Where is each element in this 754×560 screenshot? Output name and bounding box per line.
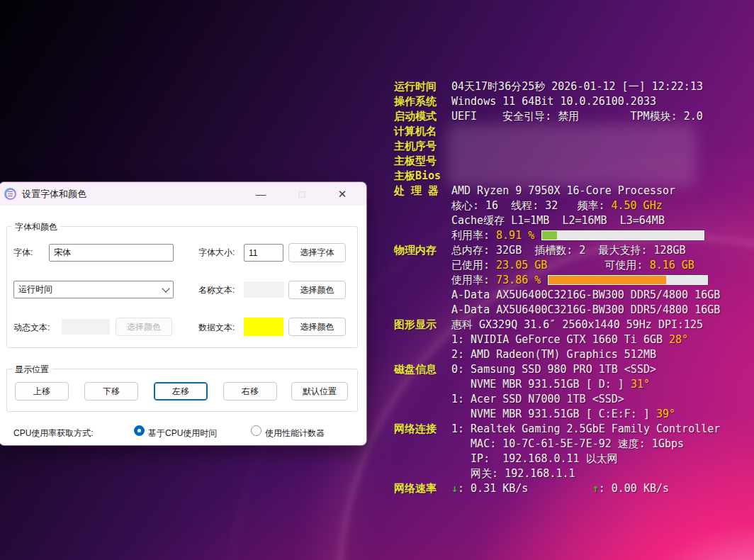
monitor-row: 2: AMD Radeon(TM) Graphics 512MB	[394, 347, 720, 362]
monitor-row: 网关: 192.168.1.1	[394, 466, 720, 481]
font-size-input[interactable]	[244, 244, 283, 262]
monitor-line-text: AMD Ryzen 9 7950X 16-Core Processor	[451, 184, 675, 198]
monitor-row: 主板型号	[394, 154, 720, 169]
maximize-icon: □	[288, 182, 316, 206]
dynamic-text-label: 动态文本:	[13, 322, 50, 334]
monitor-section-label: 处 理 器	[394, 184, 451, 198]
monitor-row: 利用率: 8.91 %	[394, 228, 720, 243]
radio-perf-counter[interactable]	[251, 425, 261, 436]
monitor-line-text: 1: NVIDIA GeForce GTX 1660 Ti 6GB 28°	[451, 332, 688, 347]
monitor-line-text: NVME MBR 931.51GB [ C:E:F: ] 39°	[451, 407, 675, 422]
cpu-usage-bar	[541, 230, 704, 240]
monitor-section-label: 计算机名	[394, 124, 451, 139]
monitor-line-text: 1: Realtek Gaming 2.5GbE Family Controll…	[451, 422, 720, 437]
monitor-row: 处 理 器AMD Ryzen 9 7950X 16-Core Processor	[394, 184, 720, 198]
move-down-button[interactable]: 下移	[84, 382, 138, 401]
monitor-section-label: 图形显示	[394, 318, 451, 332]
data-text-label: 数据文本:	[198, 322, 235, 334]
monitor-row: 操作系统Windows 11 64Bit 10.0.26100.2033	[394, 94, 720, 109]
monitor-row: 物理内存总内存: 32GB 插槽数: 2 最大支持: 128GB	[394, 243, 720, 258]
monitor-line-text: ↓: 0.31 KB/s ↑: 0.00 KB/s	[451, 481, 669, 496]
move-right-button[interactable]: 右移	[223, 382, 277, 401]
item-dropdown-value: 运行时间	[18, 284, 52, 296]
monitor-section-label: 主板型号	[394, 154, 451, 169]
monitor-line-text: 2: AMD Radeon(TM) Graphics 512MB	[451, 347, 656, 362]
chevron-down-icon	[162, 284, 169, 292]
monitor-line-text: NVME MBR 931.51GB [ D: ] 31°	[451, 377, 650, 392]
monitor-row: A-Data AX5U6400C3216G-BW300 DDR5/4800 16…	[394, 288, 720, 303]
monitor-section-label: 网络速率	[394, 481, 451, 496]
desktop: 运行时间04天17时36分25秒 2026-01-12 [一] 12:22:13…	[0, 0, 754, 560]
monitor-row: 运行时间04天17时36分25秒 2026-01-12 [一] 12:22:13	[394, 79, 720, 94]
monitor-line-text: 惠科 GX329Q 31.6″ 2560x1440 59Hz DPI:125	[451, 318, 703, 332]
monitor-row: 计算机名	[394, 124, 720, 139]
monitor-section-label: 操作系统	[394, 94, 451, 109]
monitor-row: 主机序号	[394, 139, 720, 154]
dynamic-text-color-swatch	[62, 319, 110, 335]
monitor-row: 图形显示惠科 GX329Q 31.6″ 2560x1440 59Hz DPI:1…	[394, 318, 720, 332]
monitor-row: 主板Bios	[394, 169, 720, 184]
monitor-section-label: 磁盘信息	[394, 362, 451, 377]
close-icon[interactable]: ✕	[328, 182, 356, 206]
monitor-row: 网络连接1: Realtek Gaming 2.5GbE Family Cont…	[394, 422, 720, 437]
monitor-line-text: 已使用: 23.05 GB 可使用: 8.16 GB	[451, 258, 694, 273]
app-icon	[4, 188, 16, 200]
monitor-line-text: 04天17时36分25秒 2026-01-12 [一] 12:22:13	[451, 79, 703, 94]
monitor-row: 网络速率↓: 0.31 KB/s ↑: 0.00 KB/s	[394, 481, 720, 496]
radio-cpu-time-selected[interactable]	[134, 425, 145, 436]
monitor-row: MAC: 10-7C-61-5E-7E-92 速度: 1Gbps	[394, 437, 720, 452]
monitor-line-text: A-Data AX5U6400C3216G-BW300 DDR5/4800 16…	[451, 288, 720, 303]
monitor-line-text: MAC: 10-7C-61-5E-7E-92 速度: 1Gbps	[451, 437, 684, 452]
display-position-legend: 显示位置	[12, 364, 52, 376]
item-dropdown[interactable]: 运行时间	[13, 281, 174, 298]
dialog-title: 设置字体和颜色	[22, 188, 86, 201]
monitor-line-text: 网关: 192.168.1.1	[451, 466, 575, 481]
monitor-section-label: 启动模式	[394, 109, 451, 124]
move-up-button[interactable]: 上移	[15, 382, 69, 401]
default-position-button[interactable]: 默认位置	[291, 382, 348, 401]
font-label: 字体:	[13, 247, 33, 259]
monitor-section-label: 主机序号	[394, 139, 451, 154]
minimize-icon[interactable]: —	[247, 182, 275, 206]
monitor-line-text: UEFI 安全引导: 禁用 TPM模块: 2.0	[451, 109, 703, 124]
monitor-row: NVME MBR 931.51GB [ C:E:F: ] 39°	[394, 407, 720, 422]
monitor-line-text: Windows 11 64Bit 10.0.26100.2033	[451, 94, 656, 109]
monitor-row: A-Data AX5U6400C3216G-BW300 DDR5/4800 16…	[394, 303, 720, 318]
name-text-color-swatch	[244, 281, 284, 298]
monitor-section-label: 物理内存	[394, 243, 451, 258]
monitor-row: 核心: 16 线程: 32 频率: 4.50 GHz	[394, 198, 720, 213]
data-text-color-swatch	[244, 318, 283, 336]
monitor-line-text: 1: Acer SSD N7000 1TB <SSD>	[451, 392, 624, 407]
cpu-method-label: CPU使用率获取方式:	[13, 427, 94, 439]
move-left-button[interactable]: 左移	[154, 382, 208, 401]
monitor-line-text: 核心: 16 线程: 32 频率: 4.50 GHz	[451, 198, 663, 213]
monitor-row: 1: NVIDIA GeForce GTX 1660 Ti 6GB 28°	[394, 332, 720, 347]
monitor-row: 已使用: 23.05 GB 可使用: 8.16 GB	[394, 258, 720, 273]
font-name-input[interactable]	[49, 244, 174, 262]
monitor-line-text: IP: 192.168.0.11 以太网	[451, 452, 618, 466]
font-color-group-legend: 字体和颜色	[12, 221, 60, 233]
radio-cpu-time-label[interactable]: 基于CPU使用时间	[148, 427, 217, 439]
dialog-titlebar[interactable]: 设置字体和颜色 — □ ✕	[0, 182, 366, 206]
monitor-row: IP: 192.168.0.11 以太网	[394, 452, 720, 466]
select-font-button[interactable]: 选择字体	[288, 243, 346, 262]
monitor-line-text: 使用率: 73.86 %	[451, 273, 708, 288]
monitor-section-label: 网络连接	[394, 422, 451, 437]
monitor-row: 启动模式UEFI 安全引导: 禁用 TPM模块: 2.0	[394, 109, 720, 124]
name-color-button[interactable]: 选择颜色	[288, 281, 346, 299]
monitor-line-text: 利用率: 8.91 %	[451, 228, 704, 243]
radio-perf-counter-label[interactable]: 使用性能计数器	[265, 427, 325, 439]
monitor-line-text: A-Data AX5U6400C3216G-BW300 DDR5/4800 16…	[451, 303, 720, 318]
monitor-section-label: 主板Bios	[394, 169, 451, 184]
font-color-settings-dialog: 设置字体和颜色 — □ ✕ 字体和颜色 字体: 字体大小: 选择字体 运行时间 …	[0, 181, 367, 446]
monitor-row: 使用率: 73.86 %	[394, 273, 720, 288]
dynamic-color-button-disabled: 选择颜色	[116, 318, 172, 336]
system-monitor-overlay: 运行时间04天17时36分25秒 2026-01-12 [一] 12:22:13…	[394, 79, 720, 496]
monitor-line-text: Cache缓存 L1=1MB L2=16MB L3=64MB	[451, 213, 665, 228]
monitor-line-text: 0: Samsung SSD 980 PRO 1TB <SSD>	[451, 362, 656, 377]
data-color-button[interactable]: 选择颜色	[288, 318, 346, 336]
monitor-row: NVME MBR 931.51GB [ D: ] 31°	[394, 377, 720, 392]
monitor-line-text: 总内存: 32GB 插槽数: 2 最大支持: 128GB	[451, 243, 686, 258]
monitor-row: 磁盘信息0: Samsung SSD 980 PRO 1TB <SSD>	[394, 362, 720, 377]
monitor-section-label: 运行时间	[394, 79, 451, 94]
